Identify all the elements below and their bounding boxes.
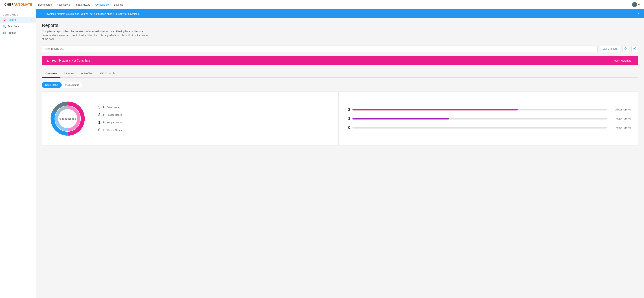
bar-fill-major	[352, 118, 449, 120]
legend-item-waived: 0 Waived Nodes	[96, 128, 122, 132]
tab-nodes[interactable]: 6 Nodes	[60, 70, 78, 78]
bar-chart-card: 2 Critical Failures 1 Major Failures	[338, 92, 638, 146]
charts-area: 6 Total Nodes 3 Failed Nodes 2 Passed No…	[42, 92, 638, 146]
sidebar-section-label: COMPLIANCE	[0, 12, 36, 17]
bar-track-critical	[352, 109, 607, 110]
nav-compliance[interactable]: Compliance	[96, 3, 109, 6]
notification-check-icon: ✓	[40, 13, 42, 15]
compliance-banner: ▲ Your System is Not Compliant Report Me…	[42, 56, 638, 65]
logo: CHEFAUTOMATE	[4, 3, 32, 7]
bar-label-critical: Critical Failures	[609, 108, 631, 111]
legend-value-passed: 2	[96, 112, 100, 117]
page-content: Reports Compliance reports describe the …	[36, 18, 644, 150]
legend-item-passed: 2 Passed Nodes	[96, 112, 122, 117]
donut-container: 6 Total Nodes	[48, 99, 88, 138]
sidebar-item-label-profiles: Profiles	[8, 32, 16, 34]
bar-item-critical: 2 Critical Failures	[346, 107, 631, 112]
share-button[interactable]	[631, 45, 638, 52]
notification-close-button[interactable]: ×	[638, 12, 640, 16]
legend-item-skipped: 1 Skipped Nodes	[96, 120, 122, 125]
logo-chef: CHEF	[4, 3, 14, 7]
bar-value-major: 1	[346, 116, 350, 121]
tab-profiles[interactable]: 6 Profiles	[78, 70, 96, 78]
legend-value-skipped: 1	[96, 120, 100, 125]
svg-point-2	[634, 48, 634, 49]
bar-fill-critical	[352, 109, 518, 110]
main-content: ✓ Download request is submitted. You wil…	[36, 10, 644, 298]
filter-bar: Last 24 hours	[42, 45, 638, 52]
share-icon	[633, 47, 636, 50]
tab-controls[interactable]: 156 Controls	[96, 70, 119, 78]
report-metadata-button[interactable]: Report Metadata +	[612, 59, 634, 62]
sidebar: COMPLIANCE 📊 Reports ▶ 🔍 Scan Jobs 📋 Pro…	[0, 10, 36, 298]
page-title: Reports	[42, 23, 638, 28]
bar-label-minor: Minor Failures	[609, 126, 631, 129]
bar-value-minor: 0	[346, 125, 350, 130]
bar-track-major	[352, 118, 607, 120]
bar-label-major: Major Failures	[609, 117, 631, 120]
report-metadata-label: Report Metadata	[612, 59, 631, 62]
sidebar-item-label-scan-jobs: Scan Jobs	[8, 25, 19, 28]
download-icon	[624, 47, 628, 50]
passed-dot	[103, 114, 104, 116]
page-description: Compliance reports describe the status o…	[42, 30, 150, 41]
sidebar-item-reports[interactable]: 📊 Reports ▶	[0, 17, 36, 23]
logo-automate: AUTOMATE	[14, 3, 32, 7]
top-nav: CHEFAUTOMATE Dashboards Applications Inf…	[0, 0, 644, 10]
status-toggle: Node Status Profile Status	[42, 82, 638, 88]
nav-links: Dashboards Applications Infrastructure C…	[38, 3, 632, 6]
profiles-icon: 📋	[3, 32, 6, 34]
filter-input[interactable]	[42, 45, 598, 52]
nav-user[interactable]: 👤 ▾	[632, 2, 640, 7]
svg-point-3	[635, 49, 636, 50]
legend-value-failed: 3	[96, 105, 100, 110]
nav-infrastructure[interactable]: Infrastructure	[76, 3, 90, 6]
reports-icon: 📊	[3, 19, 6, 21]
layout: COMPLIANCE 📊 Reports ▶ 🔍 Scan Jobs 📋 Pro…	[0, 10, 644, 298]
sidebar-item-label-reports: Reports	[8, 19, 16, 21]
skipped-dot	[103, 121, 104, 123]
tab-overview[interactable]: Overview	[42, 70, 60, 78]
nav-user-chevron: ▾	[638, 3, 640, 6]
legend-label-skipped: Skipped Nodes	[106, 121, 122, 124]
compliance-message: Your System is Not Compliant	[52, 59, 90, 62]
warning-icon: ▲	[46, 59, 50, 63]
bar-value-critical: 2	[346, 107, 350, 112]
legend: 3 Failed Nodes 2 Passed Nodes 1 S	[96, 105, 122, 132]
waived-dot	[103, 129, 104, 131]
time-range-button[interactable]: Last 24 hours	[600, 46, 620, 52]
report-metadata-plus: +	[632, 59, 634, 62]
nav-dashboards[interactable]: Dashboards	[38, 3, 52, 6]
legend-item-failed: 3 Failed Nodes	[96, 105, 122, 110]
svg-line-4	[634, 49, 635, 50]
legend-label-passed: Passed Nodes	[106, 114, 122, 116]
user-icon: 👤	[632, 2, 637, 7]
scan-jobs-icon: 🔍	[3, 25, 6, 28]
sidebar-item-profiles[interactable]: 📋 Profiles	[0, 30, 36, 36]
legend-value-waived: 0	[96, 128, 100, 132]
svg-line-5	[634, 48, 635, 49]
legend-label-failed: Failed Nodes	[106, 106, 120, 109]
svg-point-1	[635, 48, 636, 48]
bar-item-minor: 0 Minor Failures	[346, 125, 631, 130]
tabs: Overview 6 Nodes 6 Profiles 156 Controls	[42, 70, 638, 78]
bar-item-major: 1 Major Failures	[346, 116, 631, 121]
bar-track-minor	[352, 127, 607, 129]
notification-message: Download request is submitted. You will …	[45, 13, 140, 15]
donut-center-label: 6 Total Nodes	[59, 117, 76, 120]
sidebar-item-scan-jobs[interactable]: 🔍 Scan Jobs	[0, 23, 36, 30]
donut-chart-card: 6 Total Nodes 3 Failed Nodes 2 Passed No…	[42, 92, 338, 146]
download-button[interactable]	[622, 45, 629, 52]
profile-status-toggle[interactable]: Profile Status	[62, 82, 82, 88]
node-status-toggle[interactable]: Node Status	[42, 82, 62, 88]
failed-dot	[103, 106, 104, 108]
nav-applications[interactable]: Applications	[57, 3, 70, 6]
reports-arrow: ▶	[32, 19, 33, 21]
legend-label-waived: Waived Nodes	[106, 129, 122, 131]
nav-settings[interactable]: Settings	[114, 3, 123, 6]
notification-banner: ✓ Download request is submitted. You wil…	[36, 10, 644, 18]
